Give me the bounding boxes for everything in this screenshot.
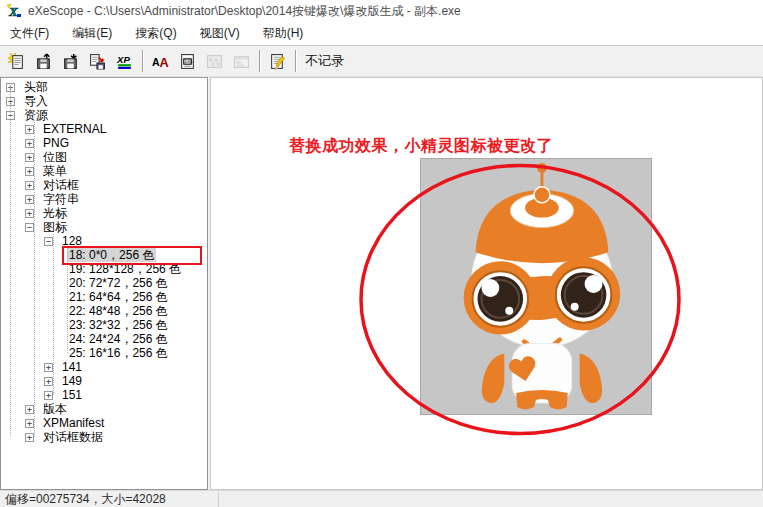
tree-row[interactable]: +光标 [1, 206, 207, 220]
expand-plus-icon[interactable]: + [44, 377, 53, 386]
tree-row[interactable]: 21: 64*64，256 色 [1, 290, 207, 304]
expand-plus-icon[interactable]: + [25, 195, 34, 204]
tree-row[interactable]: +151 [1, 388, 207, 402]
log-icon[interactable] [266, 50, 288, 72]
tree-row[interactable]: 23: 32*32，256 色 [1, 318, 207, 332]
tree-row[interactable]: +位图 [1, 150, 207, 164]
exescope-window: X eXeScope - C:\Users\Administrator\Desk… [0, 0, 763, 507]
tree-row[interactable]: 22: 48*48，256 色 [1, 304, 207, 318]
resource-tree-panel: +头部+导入−资源+EXTERNAL+PNG+位图+菜单+对话框+字符串+光标−… [0, 77, 208, 490]
annotation-text: 替换成功效果，小精灵图标被更改了 [289, 136, 553, 157]
tree-row[interactable]: +对话框数据 [1, 430, 207, 444]
tree-item-label[interactable]: 头部 [22, 80, 50, 94]
window-title: eXeScope - C:\Users\Administrator\Deskto… [28, 3, 461, 20]
tree-row[interactable]: +对话框 [1, 178, 207, 192]
xp-manifest-icon[interactable]: XP [113, 50, 135, 72]
expand-plus-icon[interactable]: + [25, 125, 34, 134]
tree-row[interactable]: +字符串 [1, 192, 207, 206]
expand-plus-icon[interactable]: + [25, 153, 34, 162]
tree-line [34, 122, 35, 437]
expand-plus-icon[interactable]: + [25, 405, 34, 414]
binary-view-icon[interactable]: 101 [176, 50, 198, 72]
tree-line [10, 87, 11, 437]
tree-item-label[interactable]: PNG [41, 136, 71, 150]
tree-item-label[interactable]: 25: 16*16，256 色 [67, 346, 170, 360]
tree-item-label[interactable]: 导入 [22, 94, 50, 108]
status-divider [218, 492, 219, 507]
menu-bar: 文件(F)编辑(E)搜索(Q)视图(V)帮助(H) [0, 22, 763, 45]
dialog-view-icon [230, 50, 252, 72]
tree-row[interactable]: +菜单 [1, 164, 207, 178]
tree-row[interactable]: +149 [1, 374, 207, 388]
tree-row[interactable]: +PNG [1, 136, 207, 150]
expand-plus-icon[interactable]: + [25, 167, 34, 176]
toolbar: XPAA101 不记录 [0, 45, 763, 77]
collapse-minus-icon[interactable]: − [44, 237, 53, 246]
tree-item-label[interactable]: 22: 48*48，256 色 [67, 304, 170, 318]
status-bar: 偏移=00275734，大小=42028 [0, 490, 763, 507]
expand-plus-icon[interactable]: + [44, 391, 53, 400]
tree-item-label[interactable]: 151 [60, 388, 84, 402]
tree-row[interactable]: −图标 [1, 220, 207, 234]
main-area: +头部+导入−资源+EXTERNAL+PNG+位图+菜单+对话框+字符串+光标−… [0, 77, 763, 490]
tree-item-label[interactable]: EXTERNAL [41, 122, 108, 136]
font-icon[interactable]: AA [149, 50, 171, 72]
toolbar-separator [295, 50, 297, 72]
tree-item-label[interactable]: 光标 [41, 206, 69, 220]
expand-plus-icon[interactable]: + [44, 363, 53, 372]
preview-panel: 替换成功效果，小精灵图标被更改了 [210, 77, 763, 490]
tree-item-label[interactable]: 字符串 [41, 192, 81, 206]
tree-item-label[interactable]: 24: 24*24，256 色 [67, 332, 170, 346]
expand-plus-icon[interactable]: + [25, 181, 34, 190]
export-resource-icon[interactable] [32, 50, 54, 72]
tree-row[interactable]: +EXTERNAL [1, 122, 207, 136]
tree-item-label[interactable]: XPManifest [41, 416, 106, 430]
tree-item-label[interactable]: 菜单 [41, 164, 69, 178]
expand-plus-icon[interactable]: + [25, 433, 34, 442]
svg-text:X: X [8, 4, 18, 19]
import-resource-icon[interactable] [59, 50, 81, 72]
open-file-icon[interactable] [5, 50, 27, 72]
red-highlight-rectangle [62, 246, 202, 265]
menu-item-0[interactable]: 文件(F) [6, 23, 53, 44]
collapse-minus-icon[interactable]: − [25, 223, 34, 232]
icon-preview-image [420, 158, 652, 415]
tree-item-label[interactable]: 版本 [41, 402, 69, 416]
tree-row[interactable]: +141 [1, 360, 207, 374]
svg-text:XP: XP [116, 53, 130, 64]
tree-row[interactable]: +版本 [1, 402, 207, 416]
tree-item-label[interactable]: 141 [60, 360, 84, 374]
tree-row[interactable]: +头部 [1, 80, 207, 94]
save-file-icon[interactable] [86, 50, 108, 72]
tree-row[interactable]: +XPManifest [1, 416, 207, 430]
tree-item-label[interactable]: 位图 [41, 150, 69, 164]
tree-row[interactable]: −资源 [1, 108, 207, 122]
tree-row[interactable]: +导入 [1, 94, 207, 108]
tree-row[interactable]: 25: 16*16，256 色 [1, 346, 207, 360]
tree-item-label[interactable]: 21: 64*64，256 色 [67, 290, 170, 304]
tree-item-label[interactable]: 对话框数据 [41, 430, 105, 444]
menu-item-1[interactable]: 编辑(E) [68, 23, 116, 44]
tree-item-label[interactable]: 20: 72*72，256 色 [67, 276, 170, 290]
tree-row[interactable]: 20: 72*72，256 色 [1, 276, 207, 290]
svg-text:A: A [159, 54, 168, 69]
menu-item-2[interactable]: 搜索(Q) [131, 23, 180, 44]
tree-item-label[interactable]: 图标 [41, 220, 69, 234]
menu-item-4[interactable]: 帮助(H) [259, 23, 308, 44]
expand-plus-icon[interactable]: + [25, 209, 34, 218]
toolbar-separator [259, 50, 261, 72]
offset-size-status: 偏移=00275734，大小=42028 [5, 491, 166, 507]
toolbar-separator [142, 50, 144, 72]
expand-plus-icon[interactable]: + [25, 139, 34, 148]
tree-item-label[interactable]: 资源 [22, 108, 50, 122]
menu-item-3[interactable]: 视图(V) [196, 23, 244, 44]
exescope-app-icon: X [6, 3, 22, 19]
tree-item-label[interactable]: 对话框 [41, 178, 81, 192]
tree-item-label[interactable]: 23: 32*32，256 色 [67, 318, 170, 332]
tree-row[interactable]: 24: 24*24，256 色 [1, 332, 207, 346]
expand-plus-icon[interactable]: + [25, 419, 34, 428]
robot-sprite-illustration [421, 159, 651, 414]
tree-line [53, 234, 54, 395]
tree-item-label[interactable]: 149 [60, 374, 84, 388]
svg-text:101: 101 [184, 59, 193, 64]
